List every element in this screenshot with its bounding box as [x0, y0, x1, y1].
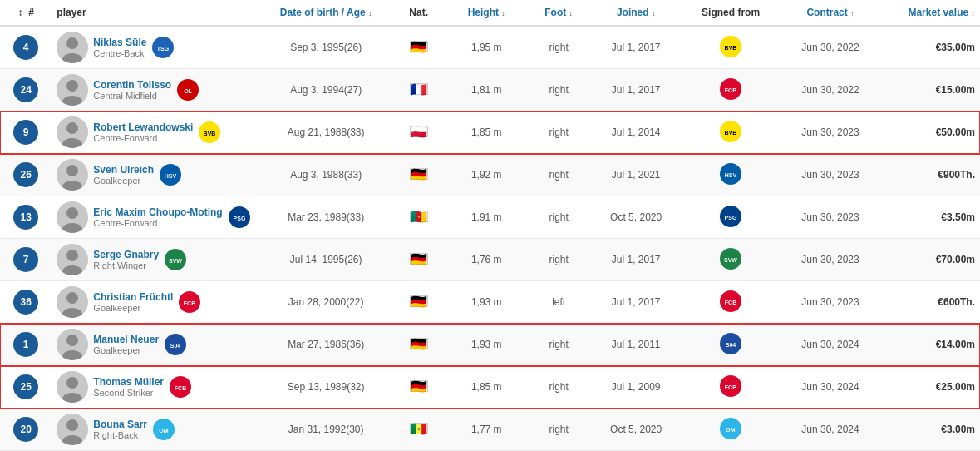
- club-badge-icon: FCB: [169, 375, 192, 399]
- player-name[interactable]: Christian Früchtl: [93, 291, 173, 303]
- player-number-cell: 25: [0, 366, 52, 409]
- header-player: player: [52, 0, 261, 26]
- club-badge-icon: S04: [164, 333, 187, 356]
- club-badge-icon: FCB: [178, 290, 201, 314]
- player-foot: right: [526, 366, 591, 409]
- player-contract: Jun 30, 2022: [781, 26, 880, 69]
- player-foot: right: [526, 154, 591, 196]
- player-contract: Jun 30, 2023: [781, 281, 880, 324]
- header-contract[interactable]: Contract ↑: [781, 0, 880, 26]
- player-name[interactable]: Thomas Müller: [93, 376, 164, 388]
- header-joined[interactable]: Joined ↕: [591, 0, 681, 26]
- player-number-cell: 20: [0, 409, 52, 451]
- player-text: Bouna Sarr Right-Back: [93, 419, 147, 440]
- player-dob: Jul 14, 1995(26): [261, 239, 391, 281]
- svg-text:BVB: BVB: [725, 130, 737, 136]
- svg-text:HSV: HSV: [725, 172, 737, 178]
- table-row: 1 Manuel Neuer Goalkeeper S04 Mar 27, 19…: [0, 324, 980, 366]
- svg-point-50: [66, 335, 78, 346]
- avatar: [57, 371, 88, 403]
- player-text: Thomas Müller Second Striker: [93, 376, 164, 398]
- table-row: 24 Corentin Tolisso Central Midfield OL …: [0, 69, 980, 112]
- player-height: 1,81 m: [446, 69, 526, 112]
- nationality-flag: 🇨🇲: [410, 211, 428, 222]
- player-info: Sven Ulreich Goalkeeper HSV: [57, 159, 256, 191]
- header-dob[interactable]: Date of birth / Age ↕: [261, 0, 391, 26]
- sort-dob-link[interactable]: Date of birth / Age ↕: [280, 7, 372, 18]
- svg-point-1: [66, 37, 78, 49]
- header-market[interactable]: Market value ↕: [880, 0, 980, 26]
- player-name[interactable]: Serge Gnabry: [93, 249, 159, 260]
- sort-height-link[interactable]: Height ↕: [468, 7, 505, 18]
- table-row: 26 Sven Ulreich Goalkeeper HSV Aug 3, 19…: [0, 154, 980, 196]
- player-signed-from: FCB: [681, 281, 781, 324]
- player-name[interactable]: Sven Ulreich: [93, 164, 154, 176]
- player-name[interactable]: Bouna Sarr: [93, 419, 147, 430]
- player-position: Centre-Back: [93, 48, 146, 58]
- player-market-value: €900Th.: [880, 154, 980, 196]
- player-nationality: 🇫🇷: [391, 69, 446, 112]
- player-dob: Aug 3, 1994(27): [261, 69, 391, 112]
- avatar: [57, 244, 88, 275]
- nationality-flag: 🇩🇪: [410, 295, 428, 307]
- player-position: Centre-Forward: [93, 133, 193, 143]
- player-height: 1,93 m: [446, 281, 526, 324]
- table-row: 7 Serge Gnabry Right Winger SVW Jul 14, …: [0, 239, 980, 281]
- player-number: 24: [13, 77, 38, 102]
- club-badge-icon: OL: [176, 78, 199, 102]
- player-foot: right: [526, 239, 591, 281]
- svg-text:PSG: PSG: [233, 216, 245, 221]
- player-name[interactable]: Manuel Neuer: [93, 334, 159, 345]
- avatar: [57, 286, 88, 318]
- sort-contract-link[interactable]: Contract ↑: [806, 7, 854, 18]
- sort-market-link[interactable]: Market value ↕: [908, 7, 975, 18]
- player-text: Manuel Neuer Goalkeeper: [93, 334, 159, 355]
- player-foot: right: [526, 196, 591, 239]
- player-joined: Jul 1, 2014: [591, 112, 681, 154]
- player-nationality: 🇵🇱: [391, 112, 446, 154]
- player-text: Niklas Süle Centre-Back: [93, 37, 146, 58]
- player-height: 1,95 m: [446, 26, 526, 69]
- player-text: Robert Lewandowski Centre-Forward: [93, 121, 193, 143]
- club-badge-icon: HSV: [159, 163, 182, 186]
- player-cell: Sven Ulreich Goalkeeper HSV: [52, 154, 261, 196]
- signed-from-logo: HSV: [719, 162, 742, 186]
- signed-from-logo: BVB: [719, 120, 742, 143]
- player-dob: Aug 3, 1988(33): [261, 154, 391, 196]
- player-height: 1,76 m: [446, 239, 526, 281]
- club-badge-icon: TSG: [151, 36, 175, 59]
- player-signed-from: BVB: [681, 112, 781, 154]
- player-name[interactable]: Corentin Tolisso: [93, 79, 171, 91]
- player-info: Serge Gnabry Right Winger SVW: [57, 244, 256, 275]
- player-joined: Jul 1, 2009: [591, 366, 681, 409]
- nationality-flag: 🇵🇱: [410, 126, 428, 137]
- players-table: ↕ # player Date of birth / Age ↕ Nat. He…: [0, 0, 980, 451]
- table-row: 9 Robert Lewandowski Centre-Forward BVB …: [0, 112, 980, 154]
- svg-text:SVW: SVW: [169, 258, 182, 264]
- sort-foot-link[interactable]: Foot ↕: [544, 7, 573, 18]
- player-height: 1,85 m: [446, 112, 526, 154]
- player-foot: right: [526, 409, 591, 451]
- avatar: [57, 414, 88, 445]
- player-joined: Oct 5, 2020: [591, 196, 681, 239]
- player-market-value: €25.00m: [880, 366, 980, 409]
- svg-text:FCB: FCB: [725, 300, 736, 305]
- header-foot[interactable]: Foot ↕: [526, 0, 591, 26]
- player-name[interactable]: Robert Lewandowski: [93, 121, 193, 133]
- header-height[interactable]: Height ↕: [446, 0, 526, 26]
- nationality-flag: 🇫🇷: [410, 83, 428, 95]
- sort-joined-link[interactable]: Joined ↕: [617, 7, 656, 18]
- nationality-flag: 🇩🇪: [410, 41, 428, 52]
- player-info: Robert Lewandowski Centre-Forward BVB: [57, 116, 256, 148]
- player-market-value: €14.00m: [880, 324, 980, 366]
- table-row: 20 Bouna Sarr Right-Back OM Jan 31, 1992…: [0, 409, 980, 451]
- club-badge-icon: BVB: [198, 121, 221, 144]
- player-name[interactable]: Niklas Süle: [93, 37, 146, 48]
- player-number-cell: 36: [0, 281, 52, 324]
- sort-num-icon[interactable]: ↕: [18, 7, 23, 18]
- player-text: Eric Maxim Choupo-Moting Centre-Forward: [93, 206, 222, 228]
- player-number: 20: [13, 417, 38, 442]
- player-text: Christian Früchtl Goalkeeper: [93, 291, 173, 313]
- player-number: 13: [13, 205, 38, 230]
- player-name[interactable]: Eric Maxim Choupo-Moting: [93, 206, 222, 218]
